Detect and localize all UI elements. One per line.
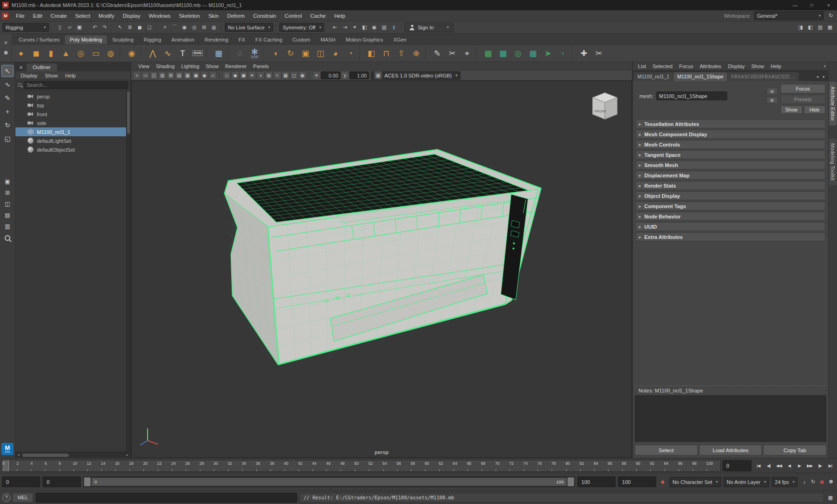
attribute-editor-menu-item[interactable]: List	[635, 63, 649, 69]
view-cube[interactable]: FRONT	[589, 89, 621, 123]
poly-torus-icon[interactable]: ◎	[74, 46, 88, 60]
bridge-icon[interactable]: ⊓	[379, 46, 393, 60]
gate-mask-icon[interactable]: ▥	[158, 71, 166, 79]
mash-network-icon[interactable]: ▦	[212, 46, 226, 60]
motion-blur-icon[interactable]: ≈	[273, 71, 281, 79]
viewport-menu-item[interactable]: Renderer	[222, 63, 250, 69]
attribute-editor-menu-item[interactable]: Attributes	[696, 63, 724, 69]
sidebar-tab[interactable]: Attribute Editor	[829, 82, 837, 126]
poly-sphere-icon[interactable]: ●	[14, 46, 28, 60]
uv-arrow-icon[interactable]: ➤	[541, 46, 555, 60]
uv-torus-icon[interactable]: ◎	[511, 46, 525, 60]
maximize-button[interactable]: □	[803, 0, 820, 10]
outliner-item[interactable]: defaultLightSet	[15, 136, 126, 145]
range-bar[interactable]: 0 100	[83, 476, 575, 487]
go-to-end-button[interactable]: ▶|	[825, 461, 835, 471]
minimize-button[interactable]: —	[787, 0, 803, 10]
tab-scroll-right-icon[interactable]: ▸	[821, 74, 827, 81]
attribute-editor-menu-item[interactable]: Selected	[649, 63, 676, 69]
input-connections-icon[interactable]: ⇤	[330, 23, 340, 32]
layout-four-pane[interactable]: ⊞	[1, 188, 14, 197]
mel-toggle-button[interactable]: MEL	[13, 493, 33, 503]
quad-draw-icon[interactable]: ✎	[430, 46, 444, 60]
symmetry-dropdown[interactable]: Symmetry: Off	[279, 23, 324, 32]
smooth-shade-icon[interactable]: ◆	[231, 71, 239, 79]
reduce-icon[interactable]: ◔	[343, 46, 357, 60]
snap-point-icon[interactable]: ◉	[180, 23, 189, 32]
image-plane-icon[interactable]: ▱	[209, 71, 217, 79]
snap-projected-center-icon[interactable]: ◎	[190, 23, 199, 32]
svg-tool-icon[interactable]: SVG	[191, 46, 205, 60]
snap-to-origin-icon[interactable]: ✻ 0,0,0	[248, 46, 262, 60]
layout-hypershade[interactable]: ▤	[1, 210, 14, 220]
crosshair-icon[interactable]: ✚	[577, 46, 591, 60]
live-surface-icon[interactable]: ◌	[233, 46, 247, 60]
attribute-editor-menu-item[interactable]: Help	[767, 63, 785, 69]
shelf-tab[interactable]: Custom	[288, 35, 315, 44]
show-button[interactable]: Show	[780, 105, 802, 114]
hide-button[interactable]: Hide	[804, 105, 826, 114]
menu-item[interactable]: Constrain	[249, 10, 280, 21]
menu-item[interactable]: Edit	[29, 10, 47, 21]
printer-model-wireframe[interactable]	[132, 81, 631, 457]
sidebar-tab[interactable]: Modeling Toolkit	[829, 139, 837, 185]
attribute-section-header[interactable]: Node Behavior	[636, 212, 825, 221]
uv-border-icon[interactable]: ▫	[556, 46, 570, 60]
attribute-editor-menu-item[interactable]: Focus	[676, 63, 696, 69]
outliner-tab[interactable]: Outliner	[27, 63, 57, 71]
uv-tile-icon[interactable]: ▦	[526, 46, 540, 60]
xray-icon[interactable]: ◻	[290, 71, 298, 79]
step-back-key-button[interactable]: ◀◀	[774, 461, 784, 471]
playback-loop-icon[interactable]: ↻	[809, 478, 817, 486]
timeline-ruler[interactable]: 0246810121416182022242628303234363840424…	[2, 460, 721, 472]
select-hierarchy-icon[interactable]: ≣	[125, 23, 135, 32]
viewport-menu-item[interactable]: Panels	[250, 63, 272, 69]
workspace-dropdown[interactable]: General*	[754, 11, 824, 20]
current-frame-field[interactable]: 0	[723, 460, 752, 471]
auto-keyframe-icon[interactable]: ◉	[818, 478, 826, 486]
select-button[interactable]: Select	[635, 445, 698, 455]
gamma-field[interactable]: 1.00	[349, 71, 369, 79]
make-live-icon[interactable]: ◍	[209, 23, 219, 32]
attribute-editor-menu-item[interactable]: Display	[724, 63, 748, 69]
toggle-modeling-toolkit-icon[interactable]: ▦	[825, 23, 835, 32]
field-chart-icon[interactable]: ⊞	[167, 71, 175, 79]
outliner-item[interactable]: persp	[15, 92, 126, 101]
render-current-frame-icon[interactable]: ◉	[369, 23, 379, 32]
notes-box[interactable]	[635, 395, 826, 442]
shadows-icon[interactable]: ◑	[256, 71, 264, 79]
uv-grid-icon[interactable]: ▩	[496, 46, 510, 60]
close-button[interactable]: ×	[820, 0, 837, 10]
play-backwards-button[interactable]: ◀	[784, 461, 794, 471]
mirror-icon[interactable]: ◫	[313, 46, 327, 60]
range-end-handle[interactable]	[567, 477, 574, 486]
output-connections-icon[interactable]: ⇥	[340, 23, 349, 32]
undo-icon[interactable]: ↶	[90, 23, 99, 32]
screen-space-ao-icon[interactable]: ◍	[265, 71, 273, 79]
playback-start-field[interactable]: 0	[43, 476, 81, 487]
copy-tab-button[interactable]: Copy Tab	[763, 445, 826, 455]
save-scene-icon[interactable]: ▣	[75, 23, 84, 32]
menu-item[interactable]: Select	[71, 10, 94, 21]
menu-item[interactable]: Cache	[306, 10, 330, 21]
step-forward-key-button[interactable]: ▶▶	[805, 461, 815, 471]
expression-icon[interactable]: ▤	[766, 88, 778, 95]
step-back-frame-button[interactable]: ◀|	[764, 461, 773, 471]
lighting-icon[interactable]: ☀	[248, 71, 256, 79]
scroll-left-icon[interactable]: ◂	[15, 453, 21, 457]
outliner-item[interactable]: M1100_ncl1_1	[15, 127, 126, 136]
new-scene-icon[interactable]: ▯	[55, 23, 64, 32]
redo-icon[interactable]: ↷	[100, 23, 109, 32]
interactive-sphere-icon[interactable]: ◉	[125, 46, 139, 60]
attribute-section-header[interactable]: Extra Attributes	[636, 232, 825, 241]
toggle-attribute-editor-icon[interactable]: ◨	[796, 23, 805, 32]
outliner-item[interactable]: top	[15, 101, 126, 110]
panel-menu-icon[interactable]: ≡	[17, 63, 25, 71]
layout-single-pane[interactable]: ▣	[1, 176, 14, 186]
camera-attributes-icon[interactable]: ▣	[192, 71, 200, 79]
command-input[interactable]	[35, 493, 297, 503]
pause-viewport-icon[interactable]: ‖	[389, 23, 398, 32]
move-tool[interactable]: +	[1, 105, 14, 118]
load-attributes-button[interactable]: Load Attributes	[699, 445, 762, 455]
live-surface-dropdown[interactable]: No Live Surface	[225, 23, 273, 32]
